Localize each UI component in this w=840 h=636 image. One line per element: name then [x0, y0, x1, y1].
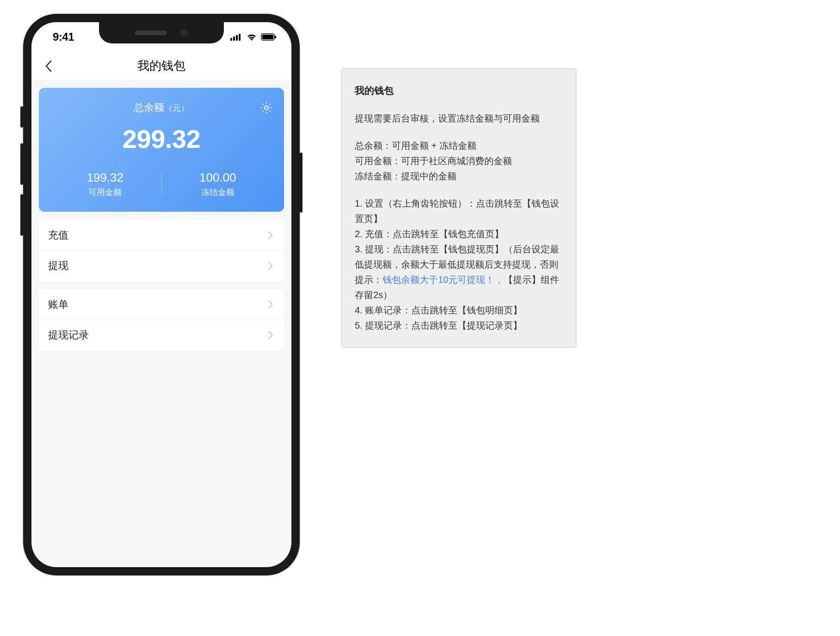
menu-item-label: 账单 — [48, 298, 68, 312]
svg-point-7 — [265, 106, 268, 110]
desc-steps: 1. 设置（右上角齿轮按钮）：点击跳转至【钱包设置页】 2. 充值：点击跳转至【… — [355, 196, 563, 333]
svg-rect-1 — [233, 37, 235, 41]
wifi-icon — [246, 33, 257, 41]
phone-side-button — [20, 143, 23, 185]
balance-label-unit: （元） — [164, 104, 189, 113]
chevron-right-icon — [266, 331, 275, 339]
chevron-right-icon — [266, 300, 275, 309]
desc-def-line: 可用金额：可用于社区商城消费的金额 — [355, 153, 563, 169]
desc-title: 我的钱包 — [355, 83, 563, 99]
menu-item-withdraw[interactable]: 提现 — [39, 251, 284, 281]
svg-rect-3 — [239, 34, 241, 41]
menu-item-label: 提现记录 — [48, 328, 89, 342]
chevron-right-icon — [266, 262, 275, 270]
phone-side-button — [20, 106, 23, 128]
phone-screen: 9:41 我的钱包 总余额（元） — [31, 22, 291, 567]
menu-item-label: 提现 — [48, 259, 68, 273]
balance-total: 299.32 — [49, 124, 274, 154]
menu-group-1: 充值 提现 — [39, 220, 284, 281]
desc-step: 2. 充值：点击跳转至【钱包充值页】 — [355, 226, 563, 242]
desc-def-line: 总余额：可用金额 + 冻结金额 — [355, 138, 563, 153]
balance-frozen-label: 冻结金额 — [162, 187, 274, 198]
desc-intro: 提现需要后台审核，设置冻结金额与可用金额 — [355, 111, 563, 126]
phone-side-button — [300, 153, 303, 213]
desc-definitions: 总余额：可用金额 + 冻结金额 可用金额：可用于社区商城消费的金额 冻结金额：提… — [355, 138, 563, 184]
svg-rect-5 — [262, 35, 273, 39]
balance-header: 总余额（元） — [49, 101, 274, 115]
svg-rect-6 — [275, 36, 276, 38]
balance-frozen: 100.00 冻结金额 — [162, 171, 274, 198]
phone-side-button — [20, 194, 23, 236]
page-title: 我的钱包 — [137, 58, 185, 74]
balance-split: 199.32 可用金额 100.00 冻结金额 — [49, 171, 274, 198]
phone-notch — [99, 22, 224, 43]
balance-label-main: 总余额 — [134, 102, 164, 113]
menu-item-recharge[interactable]: 充值 — [39, 220, 284, 251]
balance-label: 总余额（元） — [134, 101, 189, 115]
balance-card: 总余额（元） 299.32 199.32 可用金额 — [39, 88, 284, 212]
status-time: 9:41 — [53, 31, 74, 43]
description-panel: 我的钱包 提现需要后台审核，设置冻结金额与可用金额 总余额：可用金额 + 冻结金… — [341, 68, 576, 348]
page-content: 总余额（元） 299.32 199.32 可用金额 — [31, 80, 291, 358]
notch-speaker — [135, 31, 167, 35]
desc-step: 1. 设置（右上角齿轮按钮）：点击跳转至【钱包设置页】 — [355, 196, 563, 226]
desc-step: 5. 提现记录：点击跳转至【提现记录页】 — [355, 318, 563, 333]
desc-step-link: 钱包余额大于10元可提现！， — [383, 275, 504, 285]
back-button[interactable] — [42, 59, 56, 73]
desc-def-line: 冻结金额：提现中的金额 — [355, 169, 563, 184]
menu-group-2: 账单 提现记录 — [39, 289, 284, 350]
desc-step: 4. 账单记录：点击跳转至【钱包明细页】 — [355, 303, 563, 318]
chevron-left-icon — [45, 60, 52, 72]
nav-bar: 我的钱包 — [31, 52, 291, 80]
balance-available-label: 可用金额 — [49, 187, 161, 198]
battery-icon — [261, 33, 277, 41]
chevron-right-icon — [266, 231, 275, 239]
menu-item-label: 充值 — [48, 228, 68, 242]
svg-rect-0 — [230, 38, 232, 41]
svg-rect-2 — [236, 35, 238, 41]
signal-icon — [230, 33, 242, 41]
notch-camera — [180, 29, 188, 37]
desc-step: 3. 提现：点击跳转至【钱包提现页】（后台设定最低提现额，余额大于最低提现额后支… — [355, 242, 563, 303]
balance-available-value: 199.32 — [49, 171, 161, 185]
settings-button[interactable] — [259, 100, 274, 115]
balance-available: 199.32 可用金额 — [49, 171, 161, 198]
status-icons — [230, 33, 277, 41]
phone-frame: 9:41 我的钱包 总余额（元） — [23, 14, 300, 575]
balance-frozen-value: 100.00 — [162, 171, 274, 185]
menu-item-bill[interactable]: 账单 — [39, 289, 284, 320]
menu-item-withdraw-record[interactable]: 提现记录 — [39, 320, 284, 350]
gear-icon — [259, 101, 273, 115]
